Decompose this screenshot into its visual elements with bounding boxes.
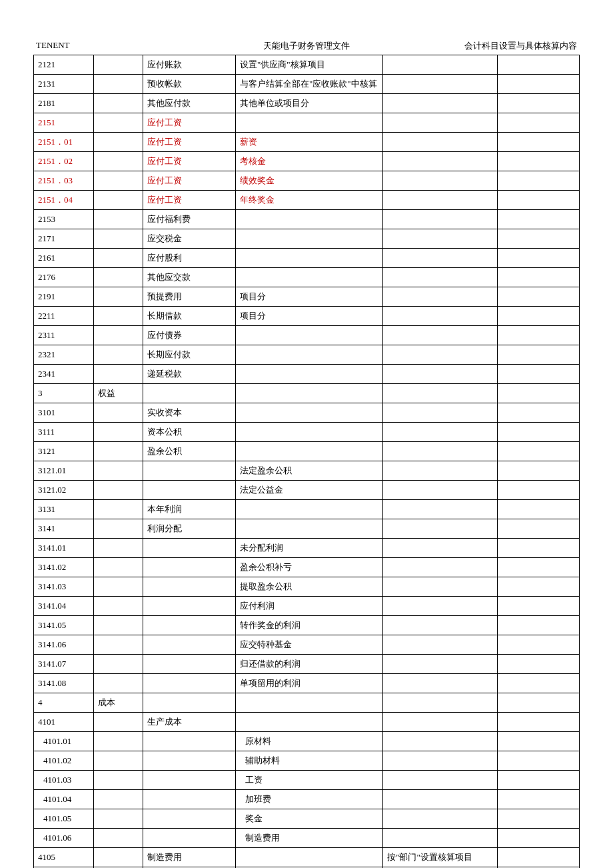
cell-note: [383, 384, 498, 403]
cell-name: 递延税款: [143, 365, 235, 384]
header-center: 天能电子财务管理文件: [217, 40, 397, 52]
cell-category: [94, 732, 143, 751]
cell-code: 3121.01: [34, 461, 94, 481]
cell-category: [94, 674, 143, 693]
cell-note: [383, 113, 498, 133]
cell-note: [383, 693, 498, 713]
cell-blank: [498, 829, 580, 848]
cell-name: 其他应交款: [143, 268, 235, 287]
cell-detail: [236, 500, 383, 519]
table-row: 2151．01应付工资薪资: [34, 133, 580, 152]
table-row: 3141利润分配: [34, 519, 580, 539]
cell-blank: [498, 133, 580, 152]
cell-note: [383, 249, 498, 268]
cell-category: [94, 326, 143, 345]
table-row: 2211长期借款项目分: [34, 307, 580, 326]
cell-note: [383, 210, 498, 229]
cell-blank: [498, 693, 580, 713]
cell-category: [94, 558, 143, 577]
cell-blank: [498, 442, 580, 461]
cell-note: [383, 171, 498, 191]
cell-note: [383, 345, 498, 365]
cell-code: 4: [34, 693, 94, 713]
cell-category: [94, 655, 143, 674]
table-row: 4101.02辅助材料: [34, 751, 580, 771]
cell-code: 3: [34, 384, 94, 403]
cell-detail: 法定公益金: [236, 481, 383, 500]
cell-name: 应付账款: [143, 55, 235, 75]
cell-detail: [236, 713, 383, 732]
cell-detail: 年终奖金: [236, 191, 383, 210]
cell-blank: [498, 635, 580, 655]
cell-category: [94, 423, 143, 442]
cell-blank: [498, 113, 580, 133]
cell-detail: 其他单位或项目分: [236, 94, 383, 113]
cell-code: 3141.08: [34, 674, 94, 693]
cell-detail: 绩效奖金: [236, 171, 383, 191]
table-row: 2341递延税款: [34, 365, 580, 384]
cell-note: [383, 481, 498, 500]
cell-name: [143, 751, 235, 771]
cell-note: [383, 809, 498, 829]
cell-code: 2121: [34, 55, 94, 75]
table-row: 2151应付工资: [34, 113, 580, 133]
cell-code: 2181: [34, 94, 94, 113]
cell-detail: [236, 442, 383, 461]
cell-code: 4101.03: [34, 771, 94, 790]
cell-code: 3131: [34, 500, 94, 519]
table-row: 3111资本公积: [34, 423, 580, 442]
table-row: 2191预提费用项目分: [34, 287, 580, 307]
cell-code: 2311: [34, 326, 94, 345]
cell-detail: [236, 249, 383, 268]
cell-detail: 制造费用: [236, 829, 383, 848]
cell-name: [143, 461, 235, 481]
cell-category: [94, 75, 143, 94]
cell-code: 4101: [34, 713, 94, 732]
cell-blank: [498, 94, 580, 113]
cell-code: 2321: [34, 345, 94, 365]
cell-code: 2151．01: [34, 133, 94, 152]
cell-note: [383, 152, 498, 171]
cell-note: [383, 133, 498, 152]
table-row: 3121.02法定公益金: [34, 481, 580, 500]
cell-category: 成本: [94, 693, 143, 713]
table-row: 3121.01法定盈余公积: [34, 461, 580, 481]
table-row: 2321长期应付款: [34, 345, 580, 365]
cell-blank: [498, 287, 580, 307]
cell-detail: 工资: [236, 771, 383, 790]
cell-code: 3141.04: [34, 597, 94, 616]
cell-code: 2151．04: [34, 191, 94, 210]
cell-note: [383, 519, 498, 539]
table-row: 3141.02盈余公积补亏: [34, 558, 580, 577]
cell-code: 3111: [34, 423, 94, 442]
table-row: 3141.04应付利润: [34, 597, 580, 616]
cell-blank: [498, 751, 580, 771]
cell-note: [383, 635, 498, 655]
cell-category: [94, 191, 143, 210]
table-row: 3141.08单项留用的利润: [34, 674, 580, 693]
cell-blank: [498, 713, 580, 732]
cell-blank: [498, 809, 580, 829]
cell-note: [383, 268, 498, 287]
cell-blank: [498, 461, 580, 481]
cell-detail: 未分配利润: [236, 539, 383, 558]
cell-note: [383, 597, 498, 616]
cell-note: [383, 326, 498, 345]
cell-category: [94, 597, 143, 616]
cell-code: 2171: [34, 229, 94, 249]
cell-detail: 考核金: [236, 152, 383, 171]
cell-note: [383, 287, 498, 307]
cell-category: [94, 152, 143, 171]
cell-detail: 法定盈余公积: [236, 461, 383, 481]
cell-name: 长期应付款: [143, 345, 235, 365]
cell-category: [94, 287, 143, 307]
cell-blank: [498, 365, 580, 384]
cell-code: 3121: [34, 442, 94, 461]
table-row: 2311应付债券: [34, 326, 580, 345]
cell-name: 利润分配: [143, 519, 235, 539]
cell-blank: [498, 519, 580, 539]
cell-detail: [236, 210, 383, 229]
cell-name: 制造费用: [143, 848, 235, 867]
cell-blank: [498, 229, 580, 249]
cell-note: [383, 75, 498, 94]
